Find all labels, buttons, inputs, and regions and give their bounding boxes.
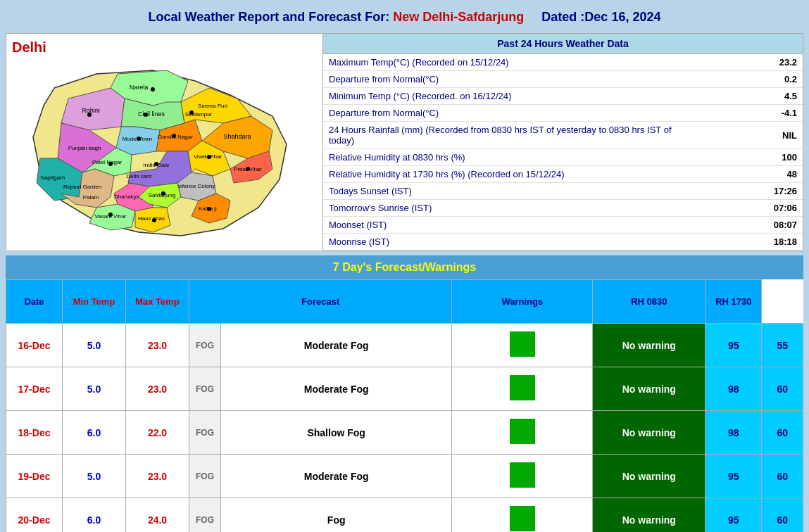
weather-label: Moonrise (IST) (323, 234, 683, 251)
forecast-fog-label: FOG (189, 411, 221, 455)
forecast-min-temp: 5.0 (63, 324, 126, 367)
svg-point-52 (207, 155, 211, 159)
warning-indicator-cell (452, 498, 593, 533)
main-container: Local Weather Report and Forecast For: N… (0, 0, 809, 532)
forecast-max-temp: 24.0 (126, 498, 189, 533)
weather-data-row: Departure from Normal(°C)-4.1 (323, 105, 803, 122)
rh-1730-value: 60 (762, 411, 803, 455)
weather-data-table: Maximum Temp(°C) (Recorded on 15/12/24)2… (323, 54, 803, 251)
weather-value: 23.2 (683, 54, 803, 71)
weather-data-row: Departure from Normal(°C)0.2 (323, 71, 803, 88)
title-bar: Local Weather Report and Forecast For: N… (6, 6, 803, 29)
forecast-date: 17-Dec (6, 367, 63, 411)
forecast-min-temp: 5.0 (63, 367, 126, 411)
forecast-row: 19-Dec5.023.0FOGModerate FogNo warning95… (6, 455, 803, 498)
warning-text: No warning (593, 455, 705, 498)
svg-text:Defence Colony: Defence Colony (175, 183, 215, 189)
col-date: Date (6, 280, 63, 324)
svg-text:Shahdara: Shahdara (223, 133, 251, 140)
title-date: Dec 16, 2024 (584, 10, 660, 24)
map-section: Delhi Narela Rohini Civil lines (6, 34, 323, 251)
forecast-fog-label: FOG (189, 367, 221, 411)
weather-data-section: Past 24 Hours Weather Data Maximum Temp(… (323, 34, 803, 251)
title-location: New Delhi-Safdarjung (393, 10, 524, 24)
svg-text:Rajouri Garden: Rajouri Garden (63, 184, 101, 190)
forecast-date: 19-Dec (6, 455, 63, 498)
svg-text:Seelampur: Seelampur (185, 111, 213, 118)
svg-point-57 (152, 218, 156, 222)
weather-value: 48 (683, 166, 803, 183)
forecast-row: 17-Dec5.023.0FOGModerate FogNo warning98… (6, 367, 803, 411)
weather-label: Relative Humidity at 0830 hrs (%) (323, 149, 683, 166)
svg-text:Seema Puri: Seema Puri (198, 103, 227, 109)
weather-data-row: Moonset (IST)08:07 (323, 217, 803, 234)
weather-value: 18:18 (683, 234, 803, 251)
forecast-header: 7 Day's Forecast/Warnings (6, 255, 803, 279)
forecast-row: 16-Dec5.023.0FOGModerate FogNo warning95… (6, 324, 803, 367)
rh-0830-value: 98 (705, 367, 762, 411)
col-rh1730: RH 1730 (705, 280, 762, 324)
forecast-description: Moderate Fog (221, 455, 452, 498)
rh-0830-value: 95 (705, 455, 762, 498)
forecast-row: 18-Dec6.022.0FOGShallow FogNo warning986… (6, 411, 803, 455)
forecast-row: 20-Dec6.024.0FOGFogNo warning9560 (6, 498, 803, 533)
svg-text:Palam: Palam (83, 194, 99, 201)
weather-value: NIL (683, 122, 803, 149)
forecast-description: Moderate Fog (221, 367, 452, 411)
col-max-temp: Max Temp (126, 280, 189, 324)
svg-text:Patel Nagar: Patel Nagar (92, 159, 123, 165)
forecast-fog-label: FOG (189, 455, 221, 498)
weather-label: Moonset (IST) (323, 217, 683, 234)
forecast-max-temp: 22.0 (126, 411, 189, 455)
weather-data-row: Todays Sunset (IST)17:26 (323, 183, 803, 200)
forecast-date: 20-Dec (6, 498, 63, 533)
weather-label: Tomorrow's Sunrise (IST) (323, 200, 683, 217)
weather-data-header: Past 24 Hours Weather Data (323, 34, 803, 54)
weather-label: Todays Sunset (IST) (323, 183, 683, 200)
weather-value: 08:07 (683, 217, 803, 234)
weather-data-row: Moonrise (IST)18:18 (323, 234, 803, 251)
svg-point-54 (161, 191, 165, 196)
weather-value: 100 (683, 149, 803, 166)
warning-color-box (510, 419, 535, 444)
svg-text:Hauz khas: Hauz khas (138, 215, 165, 222)
svg-text:Najafgarh: Najafgarh (41, 175, 65, 181)
svg-point-47 (189, 110, 194, 115)
weather-value: 17:26 (683, 183, 803, 200)
svg-point-56 (207, 207, 211, 211)
rh-0830-value: 95 (705, 324, 762, 367)
warning-color-box (510, 331, 535, 357)
weather-label: Departure from Normal(°C) (323, 71, 683, 88)
rh-1730-value: 60 (762, 367, 803, 411)
forecast-description: Fog (221, 498, 452, 533)
warning-indicator-cell (452, 411, 593, 455)
svg-text:Delhi cant: Delhi cant (126, 173, 151, 179)
svg-text:Rohini: Rohini (82, 107, 100, 114)
forecast-date: 18-Dec (6, 411, 63, 455)
weather-data-row: Relative Humidity at 0830 hrs (%)100 (323, 149, 803, 166)
svg-point-48 (137, 137, 141, 141)
rh-0830-value: 98 (705, 411, 762, 455)
rh-0830-value: 95 (705, 498, 762, 533)
delhi-map: Narela Rohini Civil lines Seema Puri See… (12, 60, 308, 243)
weather-value: 0.2 (683, 71, 803, 88)
rh-1730-value: 60 (762, 498, 803, 533)
warning-color-box (510, 506, 535, 531)
svg-point-45 (87, 113, 92, 117)
svg-point-46 (144, 113, 148, 117)
warning-color-box (510, 375, 535, 400)
weather-data-row: Tomorrow's Sunrise (IST)07:06 (323, 200, 803, 217)
weather-label: Relative Humidity at 1730 hrs (%) (Recor… (323, 166, 683, 183)
col-warnings: Warnings (452, 280, 593, 324)
weather-label: Maximum Temp(°C) (Recorded on 15/12/24) (323, 54, 683, 71)
col-min-temp: Min Temp (63, 280, 126, 324)
svg-point-44 (151, 87, 155, 91)
warning-indicator-cell (452, 324, 593, 367)
title-prefix: Local Weather Report and Forecast For: (149, 10, 390, 24)
forecast-min-temp: 6.0 (63, 498, 126, 533)
warning-indicator-cell (452, 367, 593, 411)
svg-point-51 (154, 162, 158, 166)
warning-indicator-cell (452, 455, 593, 498)
forecast-max-temp: 23.0 (126, 455, 189, 498)
forecast-min-temp: 6.0 (63, 411, 126, 455)
